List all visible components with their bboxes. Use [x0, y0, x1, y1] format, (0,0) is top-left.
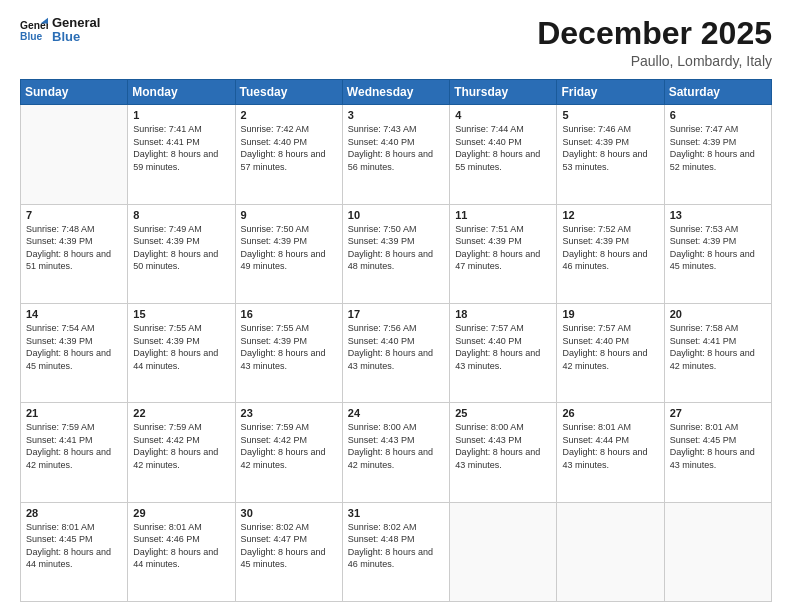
calendar-cell: [450, 502, 557, 601]
day-number: 20: [670, 308, 766, 320]
day-info: Sunrise: 7:59 AMSunset: 4:41 PMDaylight:…: [26, 421, 122, 471]
calendar-cell: 14Sunrise: 7:54 AMSunset: 4:39 PMDayligh…: [21, 303, 128, 402]
logo-general: General: [52, 16, 100, 30]
calendar-cell: 15Sunrise: 7:55 AMSunset: 4:39 PMDayligh…: [128, 303, 235, 402]
calendar-cell: 13Sunrise: 7:53 AMSunset: 4:39 PMDayligh…: [664, 204, 771, 303]
calendar-cell: 10Sunrise: 7:50 AMSunset: 4:39 PMDayligh…: [342, 204, 449, 303]
day-number: 11: [455, 209, 551, 221]
calendar-cell: 22Sunrise: 7:59 AMSunset: 4:42 PMDayligh…: [128, 403, 235, 502]
day-info: Sunrise: 8:01 AMSunset: 4:44 PMDaylight:…: [562, 421, 658, 471]
day-info: Sunrise: 8:02 AMSunset: 4:48 PMDaylight:…: [348, 521, 444, 571]
day-number: 17: [348, 308, 444, 320]
calendar-cell: 3Sunrise: 7:43 AMSunset: 4:40 PMDaylight…: [342, 105, 449, 204]
day-info: Sunrise: 7:44 AMSunset: 4:40 PMDaylight:…: [455, 123, 551, 173]
calendar-cell: 16Sunrise: 7:55 AMSunset: 4:39 PMDayligh…: [235, 303, 342, 402]
day-info: Sunrise: 7:49 AMSunset: 4:39 PMDaylight:…: [133, 223, 229, 273]
day-number: 30: [241, 507, 337, 519]
day-number: 4: [455, 109, 551, 121]
header: General Blue General Blue December 2025 …: [20, 16, 772, 69]
day-number: 29: [133, 507, 229, 519]
calendar-week-row: 28Sunrise: 8:01 AMSunset: 4:45 PMDayligh…: [21, 502, 772, 601]
day-info: Sunrise: 8:01 AMSunset: 4:45 PMDaylight:…: [670, 421, 766, 471]
calendar-cell: 20Sunrise: 7:58 AMSunset: 4:41 PMDayligh…: [664, 303, 771, 402]
day-number: 26: [562, 407, 658, 419]
calendar-cell: 26Sunrise: 8:01 AMSunset: 4:44 PMDayligh…: [557, 403, 664, 502]
day-number: 25: [455, 407, 551, 419]
calendar-cell: 28Sunrise: 8:01 AMSunset: 4:45 PMDayligh…: [21, 502, 128, 601]
day-info: Sunrise: 7:48 AMSunset: 4:39 PMDaylight:…: [26, 223, 122, 273]
day-info: Sunrise: 7:47 AMSunset: 4:39 PMDaylight:…: [670, 123, 766, 173]
day-info: Sunrise: 7:50 AMSunset: 4:39 PMDaylight:…: [241, 223, 337, 273]
calendar-weekday-friday: Friday: [557, 80, 664, 105]
calendar-cell: 17Sunrise: 7:56 AMSunset: 4:40 PMDayligh…: [342, 303, 449, 402]
day-info: Sunrise: 7:59 AMSunset: 4:42 PMDaylight:…: [241, 421, 337, 471]
day-info: Sunrise: 7:54 AMSunset: 4:39 PMDaylight:…: [26, 322, 122, 372]
calendar-cell: 1Sunrise: 7:41 AMSunset: 4:41 PMDaylight…: [128, 105, 235, 204]
calendar-cell: 19Sunrise: 7:57 AMSunset: 4:40 PMDayligh…: [557, 303, 664, 402]
day-number: 21: [26, 407, 122, 419]
calendar-weekday-monday: Monday: [128, 80, 235, 105]
day-number: 14: [26, 308, 122, 320]
calendar-weekday-thursday: Thursday: [450, 80, 557, 105]
calendar-cell: 6Sunrise: 7:47 AMSunset: 4:39 PMDaylight…: [664, 105, 771, 204]
day-number: 1: [133, 109, 229, 121]
day-number: 23: [241, 407, 337, 419]
day-info: Sunrise: 7:57 AMSunset: 4:40 PMDaylight:…: [455, 322, 551, 372]
day-info: Sunrise: 7:55 AMSunset: 4:39 PMDaylight:…: [241, 322, 337, 372]
day-number: 10: [348, 209, 444, 221]
day-number: 8: [133, 209, 229, 221]
day-number: 9: [241, 209, 337, 221]
day-info: Sunrise: 7:41 AMSunset: 4:41 PMDaylight:…: [133, 123, 229, 173]
calendar-week-row: 7Sunrise: 7:48 AMSunset: 4:39 PMDaylight…: [21, 204, 772, 303]
calendar-header-row: SundayMondayTuesdayWednesdayThursdayFrid…: [21, 80, 772, 105]
day-info: Sunrise: 8:01 AMSunset: 4:45 PMDaylight:…: [26, 521, 122, 571]
calendar-cell: [557, 502, 664, 601]
calendar-cell: 12Sunrise: 7:52 AMSunset: 4:39 PMDayligh…: [557, 204, 664, 303]
calendar-weekday-tuesday: Tuesday: [235, 80, 342, 105]
day-number: 16: [241, 308, 337, 320]
day-number: 28: [26, 507, 122, 519]
day-info: Sunrise: 7:59 AMSunset: 4:42 PMDaylight:…: [133, 421, 229, 471]
svg-text:Blue: Blue: [20, 32, 43, 43]
calendar-cell: 24Sunrise: 8:00 AMSunset: 4:43 PMDayligh…: [342, 403, 449, 502]
day-number: 5: [562, 109, 658, 121]
day-number: 12: [562, 209, 658, 221]
day-info: Sunrise: 7:55 AMSunset: 4:39 PMDaylight:…: [133, 322, 229, 372]
calendar-cell: 2Sunrise: 7:42 AMSunset: 4:40 PMDaylight…: [235, 105, 342, 204]
day-number: 19: [562, 308, 658, 320]
day-number: 24: [348, 407, 444, 419]
day-number: 3: [348, 109, 444, 121]
calendar-cell: 30Sunrise: 8:02 AMSunset: 4:47 PMDayligh…: [235, 502, 342, 601]
month-title: December 2025: [537, 16, 772, 51]
day-info: Sunrise: 7:46 AMSunset: 4:39 PMDaylight:…: [562, 123, 658, 173]
calendar-cell: [21, 105, 128, 204]
calendar-week-row: 21Sunrise: 7:59 AMSunset: 4:41 PMDayligh…: [21, 403, 772, 502]
day-info: Sunrise: 7:42 AMSunset: 4:40 PMDaylight:…: [241, 123, 337, 173]
day-number: 13: [670, 209, 766, 221]
calendar-cell: 23Sunrise: 7:59 AMSunset: 4:42 PMDayligh…: [235, 403, 342, 502]
location: Paullo, Lombardy, Italy: [537, 53, 772, 69]
day-info: Sunrise: 7:53 AMSunset: 4:39 PMDaylight:…: [670, 223, 766, 273]
calendar-cell: 11Sunrise: 7:51 AMSunset: 4:39 PMDayligh…: [450, 204, 557, 303]
day-number: 18: [455, 308, 551, 320]
day-number: 2: [241, 109, 337, 121]
calendar-cell: 31Sunrise: 8:02 AMSunset: 4:48 PMDayligh…: [342, 502, 449, 601]
calendar-cell: 7Sunrise: 7:48 AMSunset: 4:39 PMDaylight…: [21, 204, 128, 303]
calendar-cell: [664, 502, 771, 601]
day-number: 22: [133, 407, 229, 419]
calendar-weekday-saturday: Saturday: [664, 80, 771, 105]
calendar-cell: 25Sunrise: 8:00 AMSunset: 4:43 PMDayligh…: [450, 403, 557, 502]
day-number: 15: [133, 308, 229, 320]
day-info: Sunrise: 7:51 AMSunset: 4:39 PMDaylight:…: [455, 223, 551, 273]
calendar-weekday-wednesday: Wednesday: [342, 80, 449, 105]
calendar-weekday-sunday: Sunday: [21, 80, 128, 105]
day-info: Sunrise: 8:00 AMSunset: 4:43 PMDaylight:…: [348, 421, 444, 471]
day-number: 27: [670, 407, 766, 419]
calendar-cell: 4Sunrise: 7:44 AMSunset: 4:40 PMDaylight…: [450, 105, 557, 204]
title-block: December 2025 Paullo, Lombardy, Italy: [537, 16, 772, 69]
day-info: Sunrise: 7:56 AMSunset: 4:40 PMDaylight:…: [348, 322, 444, 372]
day-number: 31: [348, 507, 444, 519]
calendar-week-row: 14Sunrise: 7:54 AMSunset: 4:39 PMDayligh…: [21, 303, 772, 402]
day-number: 6: [670, 109, 766, 121]
calendar-cell: 29Sunrise: 8:01 AMSunset: 4:46 PMDayligh…: [128, 502, 235, 601]
